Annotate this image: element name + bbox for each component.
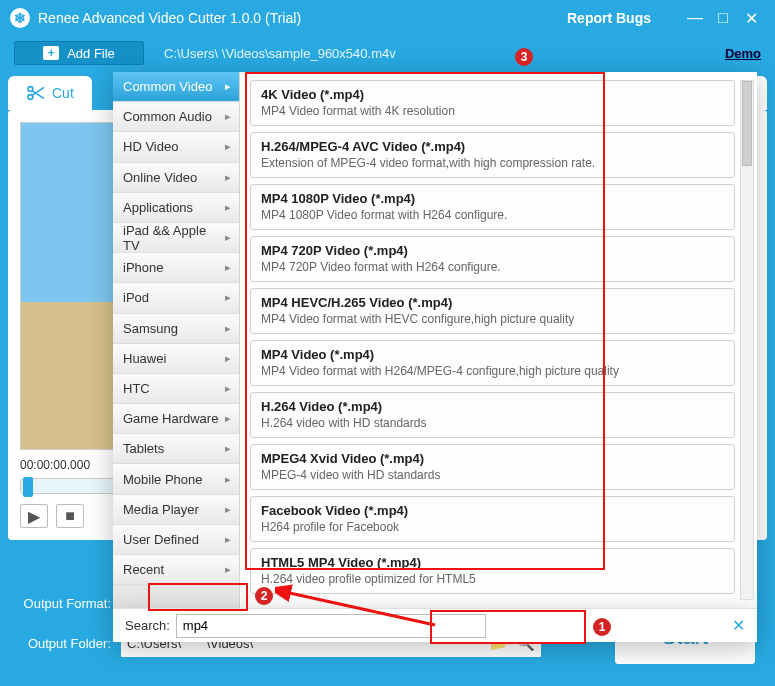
- format-results-panel: 4K Video (*.mp4)MP4 Video format with 4K…: [240, 72, 757, 608]
- chevron-right-icon: ▸: [225, 352, 231, 365]
- format-category-item[interactable]: Common Audio▸: [113, 102, 239, 132]
- current-file-path: C:\Users\ \Videos\sample_960x540.m4v: [164, 46, 396, 61]
- format-category-item[interactable]: HTC▸: [113, 374, 239, 404]
- chevron-right-icon: ▸: [225, 201, 231, 214]
- format-category-item[interactable]: Media Player▸: [113, 495, 239, 525]
- format-category-item[interactable]: Huawei▸: [113, 344, 239, 374]
- format-category-item[interactable]: iPhone▸: [113, 253, 239, 283]
- format-category-label: Online Video: [123, 170, 197, 185]
- format-item-desc: Extension of MPEG-4 video format,with hi…: [261, 156, 724, 171]
- format-item-desc: MP4 1080P Video format with H264 configu…: [261, 208, 724, 223]
- format-category-item[interactable]: HD Video▸: [113, 132, 239, 162]
- format-search-bar: Search: ✕: [113, 608, 757, 642]
- format-item-desc: H.264 video with HD standards: [261, 416, 724, 431]
- format-item-desc: MP4 Video format with H264/MPEG-4 config…: [261, 364, 724, 379]
- format-item-title: HTML5 MP4 Video (*.mp4): [261, 555, 724, 570]
- close-button[interactable]: ✕: [737, 9, 765, 28]
- demo-link[interactable]: Demo: [725, 46, 761, 61]
- format-item[interactable]: H.264 Video (*.mp4)H.264 video with HD s…: [250, 392, 735, 438]
- format-category-label: Media Player: [123, 502, 199, 517]
- output-format-label: Output Format:: [16, 596, 111, 611]
- format-category-item[interactable]: Common Video▸: [113, 72, 239, 102]
- format-item-desc: MP4 Video format with HEVC configure,hig…: [261, 312, 724, 327]
- format-item[interactable]: Facebook Video (*.mp4)H264 profile for F…: [250, 496, 735, 542]
- format-item-title: H.264 Video (*.mp4): [261, 399, 724, 414]
- format-category-item[interactable]: Recent▸: [113, 555, 239, 585]
- chevron-right-icon: ▸: [225, 382, 231, 395]
- format-item-desc: H264 profile for Facebook: [261, 520, 724, 535]
- stop-button-left[interactable]: ■: [56, 504, 84, 528]
- maximize-button[interactable]: □: [709, 9, 737, 27]
- format-category-label: Tablets: [123, 441, 164, 456]
- format-category-label: Common Video: [123, 79, 212, 94]
- output-folder-label: Output Folder:: [16, 636, 111, 651]
- scrollbar-thumb[interactable]: [742, 81, 752, 166]
- format-item[interactable]: H.264/MPEG-4 AVC Video (*.mp4)Extension …: [250, 132, 735, 178]
- format-category-label: Recent: [123, 562, 164, 577]
- format-item[interactable]: MP4 1080P Video (*.mp4)MP4 1080P Video f…: [250, 184, 735, 230]
- format-category-item[interactable]: iPad && Apple TV▸: [113, 223, 239, 253]
- chevron-right-icon: ▸: [225, 412, 231, 425]
- format-category-item[interactable]: Game Hardware▸: [113, 404, 239, 434]
- format-category-item[interactable]: Samsung▸: [113, 314, 239, 344]
- chevron-right-icon: ▸: [225, 261, 231, 274]
- preview-left-time: 00:00:00.000: [20, 458, 90, 472]
- format-item[interactable]: MPEG4 Xvid Video (*.mp4)MPEG-4 video wit…: [250, 444, 735, 490]
- format-category-label: Mobile Phone: [123, 472, 203, 487]
- format-item[interactable]: MP4 720P Video (*.mp4)MP4 720P Video for…: [250, 236, 735, 282]
- app-logo-icon: ❄: [10, 8, 30, 28]
- chevron-right-icon: ▸: [225, 533, 231, 546]
- window-title: Renee Advanced Video Cutter 1.0.0 (Trial…: [38, 10, 301, 26]
- format-dropdown: Common Video▸Common Audio▸HD Video▸Onlin…: [113, 72, 757, 642]
- minimize-button[interactable]: —: [681, 9, 709, 27]
- close-icon[interactable]: ✕: [732, 616, 745, 635]
- add-file-label: Add File: [67, 46, 115, 61]
- format-item-desc: MP4 720P Video format with H264 configur…: [261, 260, 724, 275]
- format-item[interactable]: MP4 Video (*.mp4)MP4 Video format with H…: [250, 340, 735, 386]
- format-item-title: MP4 HEVC/H.265 Video (*.mp4): [261, 295, 724, 310]
- format-item-desc: H.264 video profile optimized for HTML5: [261, 572, 724, 587]
- format-category-label: Huawei: [123, 351, 166, 366]
- format-item-title: 4K Video (*.mp4): [261, 87, 724, 102]
- format-category-label: Samsung: [123, 321, 178, 336]
- format-item[interactable]: MP4 HEVC/H.265 Video (*.mp4)MP4 Video fo…: [250, 288, 735, 334]
- toolbar: + Add File C:\Users\ \Videos\sample_960x…: [0, 36, 775, 70]
- chevron-right-icon: ▸: [225, 442, 231, 455]
- tab-cut[interactable]: Cut: [8, 76, 92, 110]
- format-item[interactable]: HTML5 MP4 Video (*.mp4)H.264 video profi…: [250, 548, 735, 594]
- chevron-right-icon: ▸: [225, 322, 231, 335]
- format-category-label: iPad && Apple TV: [123, 223, 225, 253]
- chevron-right-icon: ▸: [225, 503, 231, 516]
- format-category-label: HD Video: [123, 139, 178, 154]
- format-item-desc: MPEG-4 video with HD standards: [261, 468, 724, 483]
- format-category-label: User Defined: [123, 532, 199, 547]
- play-button-left[interactable]: ▶: [20, 504, 48, 528]
- format-item-title: H.264/MPEG-4 AVC Video (*.mp4): [261, 139, 724, 154]
- format-category-item[interactable]: User Defined▸: [113, 525, 239, 555]
- format-item-title: MPEG4 Xvid Video (*.mp4): [261, 451, 724, 466]
- format-category-item[interactable]: Applications▸: [113, 193, 239, 223]
- format-category-item[interactable]: Tablets▸: [113, 434, 239, 464]
- format-category-item[interactable]: Online Video▸: [113, 163, 239, 193]
- search-label: Search:: [125, 618, 170, 633]
- format-scrollbar[interactable]: [740, 80, 754, 600]
- scissors-icon: [26, 85, 46, 101]
- plus-icon: +: [43, 46, 59, 60]
- format-item-title: MP4 1080P Video (*.mp4): [261, 191, 724, 206]
- chevron-right-icon: ▸: [225, 473, 231, 486]
- search-input[interactable]: [176, 614, 486, 638]
- add-file-button[interactable]: + Add File: [14, 41, 144, 65]
- chevron-right-icon: ▸: [225, 231, 231, 244]
- format-category-label: iPod: [123, 290, 149, 305]
- format-category-label: Game Hardware: [123, 411, 218, 426]
- format-item[interactable]: 4K Video (*.mp4)MP4 Video format with 4K…: [250, 80, 735, 126]
- format-category-item[interactable]: Mobile Phone▸: [113, 464, 239, 494]
- chevron-right-icon: ▸: [225, 563, 231, 576]
- format-item-title: MP4 Video (*.mp4): [261, 347, 724, 362]
- format-item-title: MP4 720P Video (*.mp4): [261, 243, 724, 258]
- chevron-right-icon: ▸: [225, 291, 231, 304]
- tab-cut-label: Cut: [52, 85, 74, 101]
- format-category-list: Common Video▸Common Audio▸HD Video▸Onlin…: [113, 72, 240, 608]
- report-bugs-link[interactable]: Report Bugs: [567, 10, 651, 26]
- format-category-item[interactable]: iPod▸: [113, 283, 239, 313]
